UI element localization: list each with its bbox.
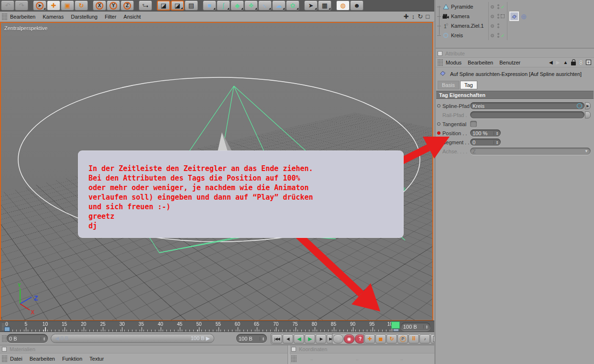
rotate-tool-icon[interactable]: ↻ xyxy=(75,0,88,11)
time-slider-handle[interactable] xyxy=(393,329,399,332)
time-slider[interactable] xyxy=(391,321,400,329)
menu-bearbeiten-attr[interactable]: Bearbeiten xyxy=(468,60,493,65)
attributes-header[interactable]: Attribute xyxy=(436,50,594,58)
texture-view-icon[interactable]: ◍ xyxy=(336,0,350,11)
coordinate-system-icon[interactable]: ⮑ xyxy=(139,0,152,11)
menu-bearbeiten-mat[interactable]: Bearbeiten xyxy=(30,356,55,362)
spinner-icon[interactable]: ▲▼ xyxy=(423,325,428,329)
object-row-kamera-ziel[interactable]: 1 Kamera.Ziel.1 xyxy=(436,21,594,31)
tab-tag[interactable]: Tag xyxy=(460,81,477,89)
key-position-toggle[interactable]: ✚ xyxy=(364,334,375,343)
menu-bearbeiten[interactable]: Bearbeiten xyxy=(10,14,35,20)
next-key-button[interactable]: |▶ xyxy=(316,334,326,343)
drag-grip-icon[interactable] xyxy=(2,355,7,362)
tangential-checkbox[interactable] xyxy=(470,121,477,128)
pick-object-button[interactable] xyxy=(585,111,591,118)
animatable-dot[interactable] xyxy=(437,140,440,144)
pan-view-icon[interactable]: ✚ xyxy=(404,13,409,20)
object-name[interactable]: Kamera xyxy=(451,13,488,19)
key-parameter-toggle[interactable]: P xyxy=(397,334,408,343)
key-rotation-toggle[interactable]: ↻ xyxy=(386,334,397,343)
target-expression-tag-icon[interactable]: ⊕ xyxy=(521,13,527,20)
spinner-icon[interactable]: ▲▼ xyxy=(41,337,45,341)
drag-grip-icon[interactable] xyxy=(438,59,443,66)
menu-filter[interactable]: Filter xyxy=(105,14,116,20)
object-name[interactable]: Pyramide xyxy=(451,4,488,10)
menu-darstellung[interactable]: Darstellung xyxy=(71,14,98,20)
selection-filter-icon[interactable]: ➤ xyxy=(304,0,318,11)
maximize-view-icon[interactable]: □ xyxy=(426,13,429,20)
pick-object-button[interactable]: ▶ xyxy=(585,102,591,109)
add-modeling-icon[interactable]: ❖ xyxy=(244,0,258,11)
parent-object-icon[interactable]: ▲ xyxy=(563,60,568,65)
materials-header[interactable]: Materialien xyxy=(0,345,287,353)
scale-tool-icon[interactable]: ▣ xyxy=(61,0,74,11)
render-view-icon[interactable]: ◪ xyxy=(157,0,170,11)
add-scene-icon[interactable]: ☁ xyxy=(272,0,286,11)
add-deformer-icon[interactable]: ↔ xyxy=(258,0,272,11)
play-backward-button[interactable]: ◀ xyxy=(294,334,304,343)
menu-modus[interactable]: Modus xyxy=(446,60,462,65)
lock-y-axis-icon[interactable]: Y xyxy=(107,0,120,11)
menu-textur[interactable]: Textur xyxy=(89,356,104,362)
record-button[interactable]: ◉ xyxy=(344,334,354,343)
add-spline-icon[interactable]: ∫ xyxy=(217,0,230,11)
lock-icon[interactable] xyxy=(571,62,576,65)
tag-properties-section-header[interactable]: Tag Eigenschaften xyxy=(436,91,594,99)
timeline-start-marker[interactable] xyxy=(4,327,10,332)
spinner-icon[interactable]: ▲▼ xyxy=(260,337,264,341)
menu-ansicht[interactable]: Ansicht xyxy=(123,14,141,20)
end-frame-field[interactable]: 100 B ▲▼ xyxy=(236,334,267,343)
visibility-dots[interactable]: ✓ xyxy=(488,31,507,40)
spinner-icon[interactable]: ▲▼ xyxy=(494,140,498,144)
rail-path-field[interactable] xyxy=(470,111,584,118)
new-panel-icon[interactable]: + xyxy=(586,60,591,65)
object-name[interactable]: Kamera.Ziel.1 xyxy=(451,23,488,29)
menu-benutzer[interactable]: Benutzer xyxy=(499,60,520,65)
snapshot-icon[interactable]: 8 xyxy=(579,60,583,65)
add-nurbs-icon[interactable]: ◆ xyxy=(231,0,244,11)
drag-grip-icon[interactable] xyxy=(2,13,7,20)
sound-toggle[interactable]: ♪ xyxy=(419,334,430,343)
add-primitive-icon[interactable]: ■ xyxy=(203,0,216,11)
menu-funktion[interactable]: Funktion xyxy=(62,356,82,362)
enabled-check-icon[interactable]: ✓ xyxy=(501,4,505,10)
object-row-kamera[interactable]: Kamera ⊕ xyxy=(436,11,594,21)
timeline-end-field[interactable]: 100 B ▲▼ xyxy=(401,322,430,331)
play-button[interactable]: ▶ xyxy=(305,334,315,343)
keyframed-dot[interactable] xyxy=(437,131,440,135)
object-row-pyramide[interactable]: Pyramide ✓ xyxy=(436,2,594,11)
align-to-spline-tag-icon[interactable] xyxy=(509,11,519,21)
object-row-kreis[interactable]: Kreis ✓ xyxy=(436,31,594,40)
character-tool-icon[interactable]: ☻ xyxy=(350,0,363,11)
history-back-icon[interactable]: ◀ xyxy=(549,60,553,65)
achse-dropdown[interactable]: Z ▼ xyxy=(470,148,591,155)
animatable-dot[interactable] xyxy=(437,104,440,107)
timeline-ruler[interactable]: 0510152025303540455055606570758085909510… xyxy=(0,321,434,332)
position-field[interactable]: 100 % ▲▼ xyxy=(470,129,501,137)
coordinates-header[interactable]: Koordinaten xyxy=(289,345,434,353)
lock-x-axis-icon[interactable]: X xyxy=(93,0,106,11)
move-tool-icon[interactable]: ✚ xyxy=(47,0,60,11)
lock-z-axis-icon[interactable]: Z xyxy=(121,0,134,11)
enabled-check-icon[interactable]: ✓ xyxy=(501,33,505,38)
spline-path-field[interactable]: Kreis xyxy=(470,102,584,109)
render-picture-icon[interactable]: ◪ xyxy=(171,0,184,11)
menu-datei[interactable]: Datei xyxy=(10,356,22,362)
snap-settings-icon[interactable]: ▦ xyxy=(318,0,331,11)
zoom-view-icon[interactable]: ↕ xyxy=(412,13,415,20)
rotate-view-icon[interactable]: ↻ xyxy=(418,13,423,20)
object-name[interactable]: Kreis xyxy=(451,32,488,38)
menu-kameras[interactable]: Kameras xyxy=(43,14,64,20)
live-selection-icon[interactable]: ➤ xyxy=(33,0,46,11)
goto-start-button[interactable]: |◀◀ xyxy=(272,334,282,343)
frame-range-slider[interactable]: ◀ 0 B 100 B ▶ xyxy=(51,334,214,343)
visibility-dots[interactable]: ✓ xyxy=(488,2,507,11)
key-scale-toggle[interactable]: ◼ xyxy=(375,334,386,343)
key-pla-toggle[interactable]: ⠿ xyxy=(408,334,419,343)
tab-basis[interactable]: Basis xyxy=(438,81,459,89)
drag-grip-icon[interactable] xyxy=(291,355,297,362)
add-particles-icon[interactable]: ✿ xyxy=(286,0,299,11)
prev-key-button[interactable]: ◀| xyxy=(283,334,293,343)
visibility-dots[interactable] xyxy=(488,21,507,31)
